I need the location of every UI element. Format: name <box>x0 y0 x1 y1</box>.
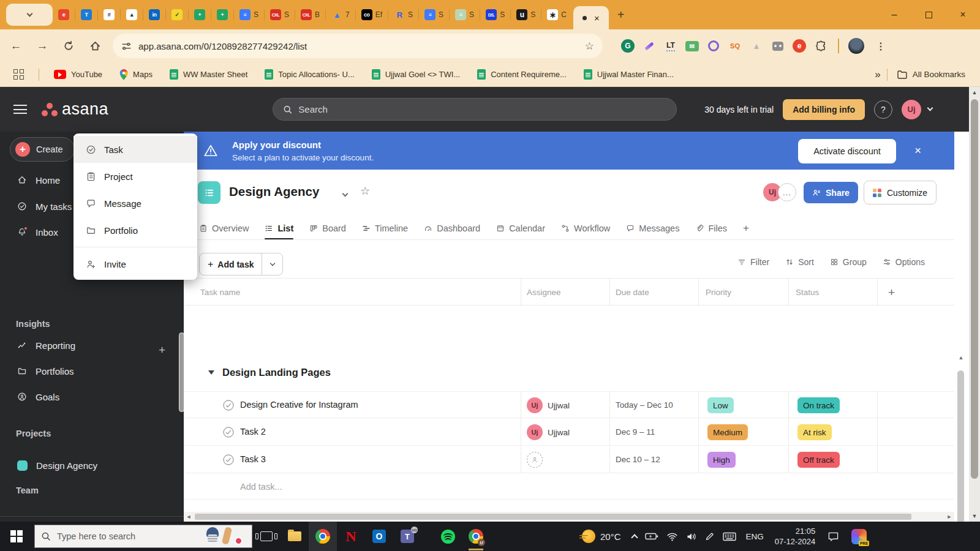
menu-item-portfolio[interactable]: Portfolio <box>74 217 197 244</box>
members-more-button[interactable]: ... <box>778 183 796 201</box>
browser-tab[interactable]: # <box>98 4 120 26</box>
url-text[interactable]: app.asana.com/0/1208928277429242/list <box>138 41 585 51</box>
horizontal-scrollbar[interactable]: ◄ ► <box>184 512 954 522</box>
sidebar-item-reporting[interactable]: Reporting <box>0 335 184 356</box>
browser-tab[interactable]: T <box>75 4 97 26</box>
share-button[interactable]: Share <box>804 182 858 203</box>
task-check-icon[interactable] <box>222 454 235 466</box>
section-collapse-icon[interactable] <box>208 370 214 375</box>
browser-scrollbar[interactable]: ▲ ▼ <box>969 87 980 522</box>
tab-timeline[interactable]: Timeline <box>362 219 408 238</box>
browser-tab[interactable]: ≡S <box>450 4 480 26</box>
asana-logo[interactable]: asana <box>42 100 108 119</box>
sidebar-item-goals[interactable]: Goals <box>0 386 184 407</box>
touch-keyboard-icon[interactable] <box>723 532 736 541</box>
add-column-button[interactable]: + <box>888 279 895 306</box>
task-check-icon[interactable] <box>222 399 235 411</box>
battery-icon[interactable] <box>645 532 658 541</box>
menu-item-message[interactable]: Message <box>74 190 197 217</box>
scroll-right-arrow[interactable]: ► <box>944 514 954 520</box>
window-maximize-button[interactable] <box>911 2 946 27</box>
browser-tab[interactable]: ▲7 <box>326 4 355 26</box>
add-task-placeholder[interactable]: Add task... <box>240 482 485 492</box>
team-section-header[interactable]: Team <box>16 485 39 495</box>
assignee-cell[interactable] <box>527 452 543 468</box>
column-header-assignee[interactable]: Assignee <box>527 279 561 306</box>
mail-extension-icon[interactable]: ✉ <box>684 38 700 54</box>
browser-tab[interactable]: CXLS <box>265 4 295 26</box>
back-button[interactable]: ← <box>6 36 26 56</box>
add-task-dropdown[interactable] <box>262 253 282 275</box>
teams-taskbar-button[interactable]: TUG <box>393 522 421 551</box>
assignee-cell[interactable]: Uj Ujjwal <box>527 424 570 440</box>
browser-tab[interactable]: ≡S <box>419 4 449 26</box>
priority-chip[interactable]: Low <box>707 397 734 413</box>
sidebar-toggle-icon[interactable] <box>13 105 27 114</box>
browser-tab[interactable]: RS <box>388 4 418 26</box>
address-bar[interactable]: app.asana.com/0/1208928277429242/list ☆ <box>113 34 603 58</box>
tab-overview[interactable]: Overview <box>199 219 249 238</box>
options-button[interactable]: Options <box>883 257 925 267</box>
chrome-profile-taskbar-button[interactable]: U <box>462 522 490 551</box>
start-button[interactable] <box>10 530 23 542</box>
assignee-cell[interactable]: Uj Ujjwal <box>527 397 570 413</box>
sidebar-item-portfolios[interactable]: Portfolios <box>0 361 184 381</box>
bookmark-maps[interactable]: Maps <box>119 69 153 80</box>
home-button[interactable] <box>85 36 105 56</box>
netflix-taskbar-button[interactable]: N <box>337 522 365 551</box>
sidebar-item-design-agency[interactable]: Design Agency <box>0 455 184 476</box>
task-check-icon[interactable] <box>222 426 235 438</box>
column-header-priority[interactable]: Priority <box>706 279 731 306</box>
task-view-button[interactable] <box>252 522 281 551</box>
projects-section-header[interactable]: Projects <box>16 429 51 438</box>
column-header-task-name[interactable]: Task name <box>200 279 240 306</box>
status-chip[interactable]: On track <box>797 397 840 413</box>
list-scrollbar-thumb[interactable] <box>957 370 964 523</box>
browser-tab[interactable]: ▲ <box>121 4 143 26</box>
bookmark-youtube[interactable]: YouTube <box>54 70 102 79</box>
reload-button[interactable] <box>58 36 79 56</box>
help-button[interactable]: ? <box>874 100 892 119</box>
project-title[interactable]: Design Agency <box>229 184 319 199</box>
tab-close-icon[interactable]: × <box>594 13 600 23</box>
window-minimize-button[interactable]: – <box>877 2 911 27</box>
tab-board[interactable]: Board <box>309 219 346 238</box>
priority-chip[interactable]: Medium <box>707 424 748 440</box>
chrome-taskbar-button[interactable] <box>309 522 337 551</box>
browser-tab[interactable]: + <box>211 4 233 26</box>
bookmark-star-icon[interactable]: ☆ <box>585 40 594 53</box>
new-tab-button[interactable]: + <box>617 8 625 22</box>
create-button[interactable]: + Create <box>10 137 75 162</box>
tab-workflow[interactable]: Workflow <box>561 219 610 238</box>
file-explorer-button[interactable] <box>281 522 309 551</box>
add-task-button[interactable]: +Add task <box>199 253 283 276</box>
column-header-due-date[interactable]: Due date <box>616 279 649 306</box>
status-chip[interactable]: Off track <box>797 452 840 468</box>
bookmark-sheet[interactable]: Ujjwal Goel <> TWI... <box>372 69 461 80</box>
scroll-down-arrow[interactable]: ▼ <box>969 513 980 519</box>
red-extension-icon[interactable]: e <box>791 38 807 54</box>
browser-menu-icon[interactable]: ⋮ <box>876 40 886 52</box>
browser-profile-avatar[interactable] <box>848 38 864 54</box>
window-close-button[interactable]: × <box>946 2 980 27</box>
project-icon[interactable] <box>198 181 221 204</box>
status-chip[interactable]: At risk <box>797 424 832 440</box>
forward-button[interactable]: → <box>32 36 53 56</box>
browser-tab[interactable]: DS.S <box>480 4 510 26</box>
bookmark-sheet[interactable]: Ujjwal Master Finan... <box>584 69 674 80</box>
scroll-up-arrow[interactable]: ▲ <box>969 89 980 96</box>
menu-item-invite[interactable]: Invite <box>74 250 197 277</box>
list-scrollbar[interactable]: ▲ ▼ <box>954 132 969 512</box>
task-name[interactable]: Design Creative for Instagram <box>240 400 358 410</box>
action-center-icon[interactable] <box>827 531 839 542</box>
browser-tab[interactable]: in <box>143 4 165 26</box>
spotify-taskbar-button[interactable] <box>434 522 462 551</box>
copilot-button[interactable]: PRE <box>851 529 867 544</box>
add-billing-info-button[interactable]: Add billing info <box>783 99 865 120</box>
sq-extension-icon[interactable]: SQ <box>727 38 743 54</box>
task-row[interactable]: Task 3 Dec 10 – 12 High Off track <box>184 446 954 473</box>
language-indicator[interactable]: ENG <box>746 532 764 541</box>
robot-extension-icon[interactable] <box>770 38 786 54</box>
tab-add[interactable]: + <box>743 219 749 238</box>
global-search-bar[interactable] <box>273 98 677 121</box>
